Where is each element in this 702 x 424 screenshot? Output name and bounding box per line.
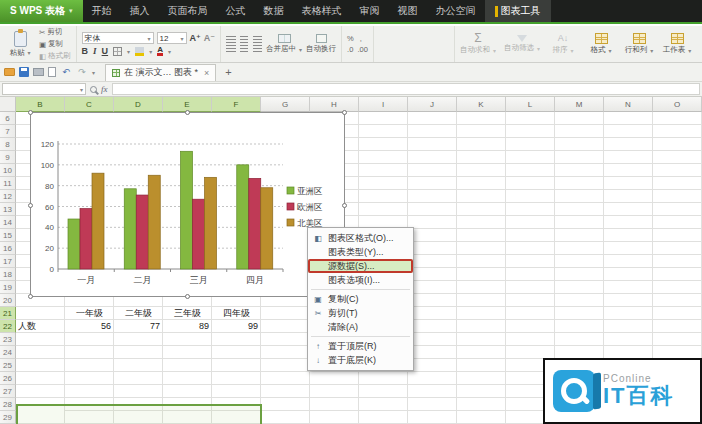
row-header-8[interactable]: 8 bbox=[0, 138, 16, 151]
column-header-L[interactable]: L bbox=[506, 97, 555, 112]
cell-r22-c4[interactable]: 99 bbox=[212, 320, 258, 333]
menu-item-copy[interactable]: ▣复制(C) bbox=[308, 292, 413, 306]
row-header-22[interactable]: 22 bbox=[0, 320, 16, 333]
print-icon[interactable] bbox=[33, 68, 44, 76]
column-header-D[interactable]: D bbox=[114, 97, 163, 112]
worksheet-button[interactable]: 工作表▾ bbox=[662, 33, 692, 55]
menu-item-cut[interactable]: ✂剪切(T) bbox=[308, 306, 413, 320]
column-header-B[interactable]: B bbox=[16, 97, 65, 112]
cut-button[interactable]: ✂剪切 bbox=[39, 27, 71, 37]
menu-item-chart-type[interactable]: 图表类型(Y)... bbox=[308, 245, 413, 259]
paste-button[interactable]: 粘贴▾ bbox=[5, 31, 35, 58]
column-header-I[interactable]: I bbox=[359, 97, 408, 112]
copy-button[interactable]: ▣复制 bbox=[39, 39, 71, 49]
font-color-icon[interactable]: A bbox=[157, 46, 163, 56]
cell-r22-c2[interactable]: 77 bbox=[114, 320, 160, 333]
align-bottom-icon[interactable] bbox=[252, 36, 262, 43]
format-painter-button[interactable]: ◧格式刷 bbox=[39, 51, 71, 61]
row-header-6[interactable]: 6 bbox=[0, 112, 16, 125]
column-header-K[interactable]: K bbox=[457, 97, 506, 112]
column-header-H[interactable]: H bbox=[310, 97, 359, 112]
column-header-C[interactable]: C bbox=[65, 97, 114, 112]
menu-item-bring-to-front[interactable]: ↑置于顶层(R) bbox=[308, 339, 413, 353]
cell-r21-c4[interactable]: 四年级 bbox=[212, 307, 261, 320]
column-header-M[interactable]: M bbox=[555, 97, 604, 112]
chevron-down-icon[interactable]: ▾ bbox=[92, 69, 95, 76]
column-header-F[interactable]: F bbox=[212, 97, 261, 112]
menu-item-clear[interactable]: 清除(A) bbox=[308, 320, 413, 334]
cell-r21-c2[interactable]: 二年级 bbox=[114, 307, 163, 320]
formula-input[interactable] bbox=[112, 83, 701, 95]
rows-columns-button[interactable]: 行和列▾ bbox=[624, 33, 654, 55]
open-icon[interactable] bbox=[4, 68, 15, 76]
resize-handle[interactable] bbox=[342, 110, 347, 115]
tab-7[interactable]: 视图 bbox=[389, 0, 427, 22]
row-header-24[interactable]: 24 bbox=[0, 346, 16, 359]
font-size-select[interactable]: 12▾ bbox=[157, 32, 187, 44]
shrink-font-button[interactable]: A⁻ bbox=[204, 33, 215, 43]
row-header-25[interactable]: 25 bbox=[0, 359, 16, 372]
tab-4[interactable]: 数据 bbox=[255, 0, 293, 22]
undo-icon[interactable]: ↶ bbox=[60, 66, 72, 78]
tab-6[interactable]: 审阅 bbox=[351, 0, 389, 22]
row-header-16[interactable]: 16 bbox=[0, 242, 16, 255]
column-header-J[interactable]: J bbox=[408, 97, 457, 112]
resize-handle[interactable] bbox=[28, 203, 33, 208]
row-header-10[interactable]: 10 bbox=[0, 164, 16, 177]
chart-object[interactable]: 020406080100120一月二月三月四月亚洲区欧洲区北美区 bbox=[30, 112, 345, 297]
menu-item-chart-options[interactable]: 图表选项(I)... bbox=[308, 273, 413, 287]
increase-decimal-button[interactable]: .0 bbox=[347, 45, 353, 54]
resize-handle[interactable] bbox=[185, 294, 190, 299]
decrease-decimal-button[interactable]: .00 bbox=[357, 45, 367, 54]
resize-handle[interactable] bbox=[185, 110, 190, 115]
autofilter-button[interactable]: 自动筛选▾ bbox=[504, 35, 540, 53]
bold-button[interactable]: B bbox=[82, 46, 89, 56]
italic-button[interactable]: I bbox=[93, 46, 97, 56]
tab-0[interactable]: 开始 bbox=[83, 0, 121, 22]
grow-font-button[interactable]: A⁺ bbox=[190, 33, 201, 43]
tab-2[interactable]: 页面布局 bbox=[159, 0, 217, 22]
resize-handle[interactable] bbox=[28, 110, 33, 115]
underline-button[interactable]: U bbox=[102, 46, 109, 56]
autosum-button[interactable]: Σ 自动求和▾ bbox=[460, 33, 496, 55]
wrap-text-button[interactable]: 自动换行 bbox=[306, 34, 336, 54]
row-header-20[interactable]: 20 bbox=[0, 294, 16, 307]
select-all-corner[interactable] bbox=[0, 97, 16, 112]
tab-5[interactable]: 表格样式 bbox=[293, 0, 351, 22]
tab-8[interactable]: 办公空间 bbox=[427, 0, 485, 22]
cell-r21-c1[interactable]: 一年级 bbox=[65, 307, 114, 320]
cell-r22-c1[interactable]: 56 bbox=[65, 320, 111, 333]
selected-range-b21-f22[interactable] bbox=[16, 404, 262, 424]
format-button[interactable]: 格式▾ bbox=[586, 33, 616, 55]
resize-handle[interactable] bbox=[28, 294, 33, 299]
row-header-15[interactable]: 15 bbox=[0, 229, 16, 242]
row-header-12[interactable]: 12 bbox=[0, 190, 16, 203]
merge-center-button[interactable]: 合并居中▾ bbox=[266, 34, 302, 54]
magnifier-icon[interactable] bbox=[90, 86, 97, 93]
comma-style-button[interactable]: , bbox=[360, 34, 362, 43]
row-header-26[interactable]: 26 bbox=[0, 372, 16, 385]
redo-icon[interactable]: ↷ bbox=[76, 66, 88, 78]
menu-item-send-to-back[interactable]: ↓置于底层(K) bbox=[308, 353, 413, 367]
close-icon[interactable]: × bbox=[204, 68, 209, 78]
row-header-29[interactable]: 29 bbox=[0, 411, 16, 424]
row-header-19[interactable]: 19 bbox=[0, 281, 16, 294]
row-header-17[interactable]: 17 bbox=[0, 255, 16, 268]
align-top-icon[interactable] bbox=[226, 36, 236, 43]
column-header-N[interactable]: N bbox=[604, 97, 653, 112]
menu-item-format-chart-area[interactable]: ◧图表区格式(O)... bbox=[308, 231, 413, 245]
row-header-21[interactable]: 21 bbox=[0, 307, 16, 320]
print-preview-icon[interactable] bbox=[48, 67, 56, 77]
row-header-9[interactable]: 9 bbox=[0, 151, 16, 164]
row-header-13[interactable]: 13 bbox=[0, 203, 16, 216]
row-header-14[interactable]: 14 bbox=[0, 216, 16, 229]
tab-1[interactable]: 插入 bbox=[121, 0, 159, 22]
menu-item-source-data[interactable]: 源数据(S)... bbox=[308, 259, 413, 273]
save-icon[interactable] bbox=[19, 67, 29, 77]
tab-3[interactable]: 公式 bbox=[217, 0, 255, 22]
percent-style-button[interactable]: % bbox=[347, 34, 354, 43]
insert-function-button[interactable]: fx bbox=[101, 84, 108, 94]
row-header-23[interactable]: 23 bbox=[0, 333, 16, 346]
row-header-27[interactable]: 27 bbox=[0, 385, 16, 398]
row-header-11[interactable]: 11 bbox=[0, 177, 16, 190]
